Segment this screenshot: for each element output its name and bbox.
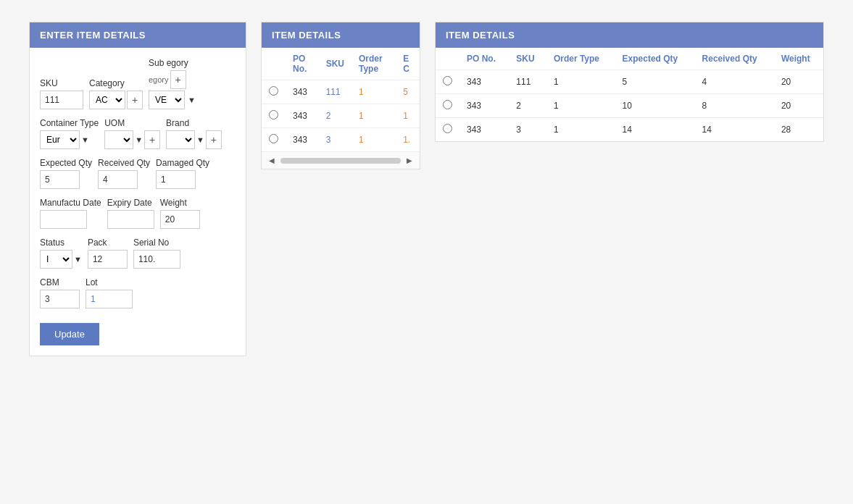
cbm-label: CBM [40, 277, 80, 287]
damaged-qty-input[interactable] [156, 170, 196, 189]
mid-scroll-nav: ◀ ▶ [262, 151, 420, 169]
left-panel-body: SKU Category AC BC + Sub egory [30, 48, 246, 356]
brand-select-group: ▼ + [166, 130, 222, 149]
right-radio-0[interactable] [443, 76, 452, 85]
mid-po-no-0: 343 [286, 80, 319, 104]
mid-col-po-no: PO No. [286, 48, 319, 80]
category-select[interactable]: AC BC [89, 91, 125, 109]
mid-sku-2: 3 [319, 128, 351, 152]
right-sku-1: 2 [509, 94, 546, 118]
expected-qty-input[interactable] [40, 170, 80, 189]
container-label: Container Type [40, 118, 99, 128]
sub-group: Sub egory egory + VE WE ▼ [149, 58, 196, 109]
right-expected-qty-2: 14 [615, 118, 695, 142]
pack-input[interactable] [88, 250, 128, 269]
mid-radio-1[interactable] [269, 110, 278, 119]
expiry-date-label: Expiry Date [107, 198, 154, 208]
mid-po-no-2: 343 [286, 128, 319, 152]
mid-radio-cell-0[interactable] [262, 80, 286, 104]
right-weight-1: 20 [774, 94, 823, 118]
mid-table-wrapper[interactable]: PO No. SKU Order Type E C 343 111 1 5 34… [262, 48, 420, 151]
right-radio-1[interactable] [443, 100, 452, 109]
right-received-qty-1: 8 [695, 94, 774, 118]
right-order-type-2: 1 [546, 118, 615, 142]
right-col-sku: SKU [509, 48, 546, 70]
sub-label-text: egory [149, 75, 169, 84]
right-order-type-1: 1 [546, 94, 615, 118]
expiry-date-input[interactable] [107, 210, 154, 229]
right-po-no-2: 343 [459, 118, 509, 142]
status-label: Status [40, 238, 82, 248]
manufacture-date-input[interactable] [40, 210, 87, 229]
right-radio-cell-1[interactable] [436, 94, 459, 118]
left-panel: ENTER ITEM DETAILS SKU Category AC BC + [29, 22, 246, 356]
category-group: Category AC BC + [89, 78, 143, 109]
right-panel-title: ITEM DETAILS [446, 30, 515, 41]
right-expected-qty-0: 5 [615, 70, 695, 94]
expected-qty-label: Expected Qty [40, 158, 92, 168]
right-sku-2: 3 [509, 118, 546, 142]
brand-group: Brand ▼ + [166, 118, 222, 149]
right-col-received-qty: Received Qty [695, 48, 774, 70]
row-qty: Expected Qty Received Qty Damaged Qty [40, 158, 236, 189]
sub-select[interactable]: VE WE [149, 91, 185, 109]
sku-label: SKU [40, 78, 83, 88]
row-container-uom-brand: Container Type Eur Std ▼ UOM [40, 118, 236, 149]
right-col-expected-qty: Expected Qty [615, 48, 695, 70]
received-qty-input[interactable] [98, 170, 138, 189]
right-received-qty-0: 4 [695, 70, 774, 94]
received-qty-group: Received Qty [98, 158, 150, 189]
mid-order-type-1: 1 [351, 104, 396, 128]
scroll-right-button[interactable]: ▶ [404, 155, 415, 166]
uom-select[interactable] [104, 130, 133, 149]
mid-radio-cell-2[interactable] [262, 128, 286, 152]
right-po-no-0: 343 [459, 70, 509, 94]
lot-label: Lot [86, 277, 133, 287]
right-sku-0: 111 [509, 70, 546, 94]
row-sku-category: SKU Category AC BC + Sub egory [40, 58, 236, 109]
right-order-type-0: 1 [546, 70, 615, 94]
right-panel-header: ITEM DETAILS [436, 22, 823, 48]
right-table-row: 343 111 1 5 4 20 [436, 70, 823, 94]
right-radio-cell-0[interactable] [436, 70, 459, 94]
right-weight-2: 28 [774, 118, 823, 142]
mid-ec-1: 1 [396, 104, 420, 128]
right-radio-cell-2[interactable] [436, 118, 459, 142]
sku-input[interactable] [40, 91, 83, 109]
sub-row-2: VE WE ▼ [149, 91, 196, 109]
right-panel: ITEM DETAILS PO No. SKU Order Type Expec… [435, 22, 824, 142]
mid-radio-0[interactable] [269, 86, 278, 96]
left-panel-header: ENTER ITEM DETAILS [30, 22, 246, 48]
mid-radio-2[interactable] [269, 134, 278, 143]
container-select[interactable]: Eur Std [40, 130, 80, 149]
cbm-input[interactable] [40, 290, 80, 308]
sub-select-group: egory + VE WE ▼ [149, 70, 196, 109]
mid-col-ec: E C [396, 48, 420, 80]
status-select[interactable]: I A D [40, 250, 72, 269]
scroll-thumb [280, 158, 401, 164]
right-radio-2[interactable] [443, 124, 452, 133]
category-add-button[interactable]: + [127, 91, 143, 109]
damaged-qty-label: Damaged Qty [156, 158, 209, 168]
lot-input[interactable] [86, 290, 133, 308]
row-cbm-lot: CBM Lot [40, 277, 236, 308]
left-panel-title: ENTER ITEM DETAILS [40, 30, 146, 41]
lot-group: Lot [86, 277, 133, 308]
mid-ec-0: 5 [396, 80, 420, 104]
scroll-left-button[interactable]: ◀ [266, 155, 278, 166]
mid-radio-cell-1[interactable] [262, 104, 286, 128]
update-button[interactable]: Update [40, 323, 99, 345]
right-col-po-no: PO No. [459, 48, 509, 70]
sub-add-button[interactable]: + [170, 70, 186, 89]
pack-group: Pack [88, 238, 128, 269]
brand-add-button[interactable]: + [206, 130, 222, 149]
serial-no-input[interactable] [133, 250, 180, 269]
right-table-header-row: PO No. SKU Order Type Expected Qty Recei… [436, 48, 823, 70]
weight-input[interactable] [160, 210, 200, 229]
uom-add-button[interactable]: + [144, 130, 160, 149]
mid-col-order-type: Order Type [351, 48, 396, 80]
mid-order-type-2: 1 [351, 128, 396, 152]
mid-table-row: 343 2 1 1 [262, 104, 420, 128]
brand-select[interactable] [166, 130, 195, 149]
mid-table-row: 343 3 1 1. [262, 128, 420, 152]
